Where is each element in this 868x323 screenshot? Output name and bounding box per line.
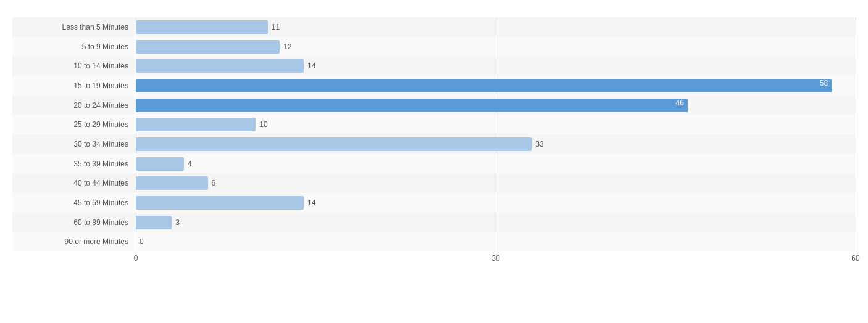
bar-track: 46 [136, 99, 856, 112]
bar-track: 0 [136, 235, 856, 248]
bar-label: 15 to 19 Minutes [12, 81, 136, 90]
bar-label: 60 to 89 Minutes [12, 218, 136, 227]
bar-row: 20 to 24 Minutes46 [12, 96, 856, 115]
bar-label: 20 to 24 Minutes [12, 101, 136, 110]
bar-fill [136, 137, 532, 151]
bar-track: 10 [136, 118, 856, 131]
bar-track: 12 [136, 40, 856, 54]
bar-row: 35 to 39 Minutes4 [12, 154, 856, 174]
bar-value: 14 [307, 198, 315, 207]
bar-label: 90 or more Minutes [12, 237, 136, 246]
bar-value: 10 [259, 120, 267, 129]
bar-label: 45 to 59 Minutes [12, 198, 136, 207]
x-axis-tick: 60 [851, 254, 859, 263]
bar-fill: 58 [136, 79, 832, 92]
bar-value: 46 [676, 99, 684, 107]
bar-track: 33 [136, 137, 856, 151]
bar-fill [136, 40, 280, 54]
bar-value: 14 [307, 62, 315, 70]
bar-fill [136, 118, 256, 131]
bar-value: 0 [140, 237, 144, 246]
bar-label: Less than 5 Minutes [12, 23, 136, 31]
bar-fill [136, 196, 304, 210]
bar-row: 25 to 29 Minutes10 [12, 115, 856, 134]
bar-label: 25 to 29 Minutes [12, 120, 136, 129]
bar-track: 6 [136, 176, 856, 190]
bar-row: 40 to 44 Minutes6 [12, 173, 856, 193]
bar-row: 5 to 9 Minutes12 [12, 37, 856, 57]
x-axis-tick: 30 [491, 254, 499, 263]
bar-value: 4 [188, 160, 192, 168]
bar-fill [136, 20, 268, 34]
bar-track: 58 [136, 79, 856, 92]
bar-value: 11 [272, 23, 280, 31]
x-axis-tick: 0 [134, 254, 138, 263]
bar-track: 4 [136, 157, 856, 171]
bar-row: Less than 5 Minutes11 [12, 17, 856, 37]
bar-value: 3 [175, 218, 180, 227]
bar-fill [136, 216, 172, 229]
bar-row: 45 to 59 Minutes14 [12, 193, 856, 213]
bar-label: 10 to 14 Minutes [12, 62, 136, 70]
bar-row: 15 to 19 Minutes58 [12, 76, 856, 96]
bar-label: 5 to 9 Minutes [12, 43, 136, 51]
bar-fill [136, 157, 184, 171]
bar-label: 40 to 44 Minutes [12, 179, 136, 187]
bar-row: 90 or more Minutes0 [12, 232, 856, 251]
bar-fill: 46 [136, 99, 688, 112]
bar-row: 10 to 14 Minutes14 [12, 56, 856, 76]
x-axis: 03060 [136, 254, 856, 266]
chart-area: Less than 5 Minutes115 to 9 Minutes1210 … [12, 17, 856, 266]
bar-label: 30 to 34 Minutes [12, 140, 136, 149]
bar-value: 12 [283, 43, 291, 51]
bar-value: 6 [212, 179, 216, 187]
bar-track: 3 [136, 216, 856, 229]
bar-value: 58 [820, 79, 828, 88]
bar-track: 14 [136, 59, 856, 73]
bar-row: 30 to 34 Minutes33 [12, 134, 856, 154]
bar-track: 14 [136, 196, 856, 210]
bars-section: Less than 5 Minutes115 to 9 Minutes1210 … [12, 17, 856, 251]
bar-value: 33 [535, 140, 543, 149]
bar-row: 60 to 89 Minutes3 [12, 213, 856, 232]
grid-line [856, 17, 856, 251]
bar-track: 11 [136, 20, 856, 34]
bar-fill [136, 59, 304, 73]
chart-container: Less than 5 Minutes115 to 9 Minutes1210 … [0, 0, 868, 323]
bar-label: 35 to 39 Minutes [12, 160, 136, 168]
bar-fill [136, 176, 208, 190]
